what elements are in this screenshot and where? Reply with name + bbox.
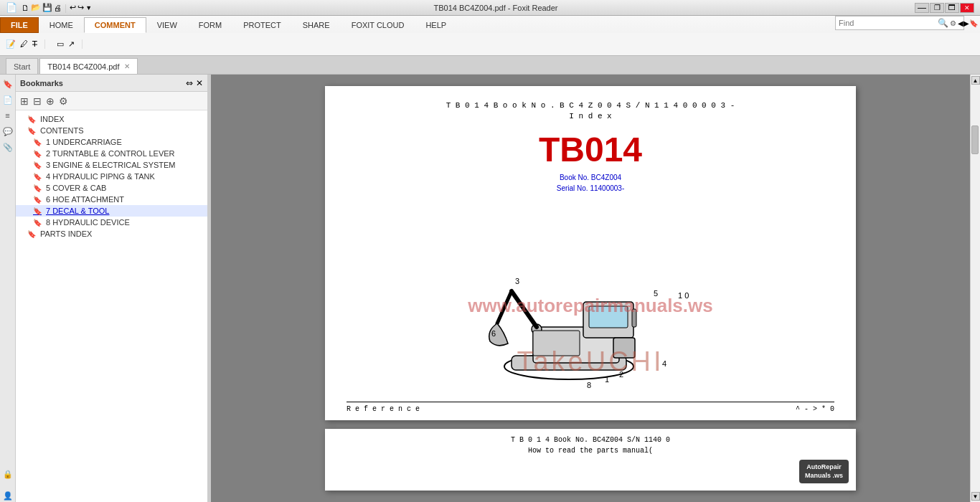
page1-header-line2: I n d e x [569,112,611,120]
bm-item-undercarriage[interactable]: 🔖 1 UNDERCARRIAGE [16,136,207,148]
svg-text:8: 8 [587,381,591,389]
separator: | [65,3,67,13]
sidebar-bookmarks-icon[interactable]: 🔖 [1,77,14,90]
tab-help[interactable]: HELP [415,17,457,33]
tab-protect[interactable]: PROTECT [232,17,292,33]
prev-result-icon[interactable]: ◀ [958,19,963,27]
bm-item-parts-index[interactable]: 🔖 PARTS INDEX [16,228,207,240]
bm-icon-engine: 🔖 [33,161,42,169]
bm-item-decal[interactable]: 🔖 7 DECAL & TOOL [16,205,207,217]
note-tool-btn[interactable]: 📝 [6,39,16,49]
page1-footer: R e f e r e n c e ^ - > * 0 [347,402,834,413]
page1-header: T B 0 1 4 B o o k N o . B C 4 Z 0 0 4 S … [347,100,834,123]
bm-tool-add-icon[interactable]: ⊕ [46,95,55,107]
sidebar-attachments-icon[interactable]: 📎 [1,141,14,153]
save-icon[interactable]: 💾 [42,3,52,12]
close-panel-icon[interactable]: ✕ [196,78,203,88]
bm-label-hoe: 6 HOE ATTACHMENT [46,195,124,204]
tab-home[interactable]: HOME [39,17,84,33]
window-maximize[interactable]: 🗖 [945,3,959,13]
bm-label-undercarriage: 1 UNDERCARRIAGE [46,138,122,146]
strikethrough-btn[interactable]: T̶ [32,39,37,49]
bm-item-cover-cab[interactable]: 🔖 5 COVER & CAB [16,182,207,194]
bm-icon-cover-cab: 🔖 [33,184,42,192]
highlight-btn[interactable]: 🖊 [20,39,28,48]
arrow-btn[interactable]: ↗ [68,39,75,49]
scroll-up-btn[interactable]: ▲ [971,76,980,85]
bm-tool-collapse-icon[interactable]: ⊟ [33,95,42,107]
bookmarks-toolbar: ⊞ ⊟ ⊕ ⚙ [16,92,207,110]
next-result-icon[interactable]: ▶ [963,19,969,27]
bm-label-decal: 7 DECAL & TOOL [46,207,109,215]
bm-item-index[interactable]: 🔖 INDEX [16,113,207,125]
search-input[interactable] [839,19,938,27]
tab-comment[interactable]: COMMENT [84,17,146,33]
bm-label-hydraulic-device: 8 HYDRAULIC DEVICE [46,218,130,227]
sidebar-user-icon[interactable]: 👤 [1,489,14,502]
sidebar-comments-icon[interactable]: 💬 [1,125,14,138]
main-layout: 🔖 📄 ≡ 💬 📎 🔒 👤 Bookmarks ⇔ ✕ ⊞ ⊟ ⊕ ⚙ 🔖 IN… [0,75,980,502]
ribbon-tabs: FILE HOME COMMENT VIEW FORM PROTECT SHAR… [0,16,980,33]
tab-document[interactable]: TB014 BC4Z004.pdf ✕ [39,58,137,74]
tab-start[interactable]: Start [6,58,38,74]
bm-item-hydraulic-piping[interactable]: 🔖 4 HYDRAULIC PIPNG & TANK [16,171,207,182]
window-minimize[interactable]: — [915,3,929,13]
bm-icon-contents: 🔖 [27,127,36,135]
tab-share[interactable]: SHARE [292,17,341,33]
bm-tool-expand-icon[interactable]: ⊞ [20,95,29,107]
bm-item-engine[interactable]: 🔖 3 ENGINE & ELECTRICAL SYSTEM [16,159,207,171]
page1-footer-right: ^ - > * 0 [796,405,834,413]
svg-text:3: 3 [515,277,519,285]
rectangle-btn[interactable]: ▭ [57,39,64,49]
print-icon[interactable]: 🖨 [54,4,62,12]
tab-file[interactable]: FILE [0,17,39,33]
page1-content: T B 0 1 4 B o o k N o . B C 4 Z 0 0 4 S … [325,86,856,420]
autorepair-badge: AutoRepair Manuals .ws [799,460,849,483]
bm-item-contents[interactable]: 🔖 CONTENTS [16,125,207,136]
page1-footer-left: R e f e r e n c e [347,405,420,413]
redo-icon[interactable]: ↪ [77,3,84,12]
takeuchi-brand: TakeUCHI [517,346,664,377]
window-controls[interactable]: — ❐ 🗖 ✕ [915,3,974,13]
bm-label-engine: 3 ENGINE & ELECTRICAL SYSTEM [46,161,176,169]
search-bar: 🔍 ⚙ ◀ ▶ 🔖 [835,16,964,30]
open-folder-icon[interactable]: 📂 [31,3,41,12]
vertical-scrollbar[interactable]: ▲ ▼ [970,75,980,502]
bm-icon-hoe: 🔖 [33,196,42,204]
bm-icon-hydraulic-device: 🔖 [33,219,42,227]
search-options-icon[interactable]: ⚙ [950,19,956,27]
page1-serial-no: Serial No. 11400003- [557,184,625,192]
scroll-track[interactable] [971,85,980,492]
tab-foxit-cloud[interactable]: FOXIT CLOUD [341,17,415,33]
bookmark-nav-icon[interactable]: 🔖 [969,19,978,27]
page1-header-line1: T B 0 1 4 B o o k N o . B C 4 Z 0 0 4 S … [446,101,735,110]
page1-subtitle: Book No. BC4Z004 Serial No. 11400003- [347,172,834,194]
svg-line-7 [497,291,512,323]
sidebar-pages-icon[interactable]: 📄 [1,93,14,106]
ribbon-commands: 📝 🖊 T̶ ▭ ↗ [0,33,980,55]
scroll-thumb[interactable] [971,126,979,154]
undo-icon[interactable]: ↩ [70,3,76,12]
new-icon[interactable]: 🗋 [22,4,29,12]
sidebar-icons: 🔖 📄 ≡ 💬 📎 🔒 👤 [0,75,16,502]
window-close[interactable]: ✕ [960,3,974,13]
dropdown-icon[interactable]: ▼ [85,4,92,11]
bm-label-turntable: 2 TURNTABLE & CONTROL LEVER [46,149,175,158]
tab-close-button[interactable]: ✕ [124,62,130,70]
tab-view[interactable]: VIEW [146,17,188,33]
bm-icon-parts-index: 🔖 [27,230,36,238]
bm-item-hydraulic-device[interactable]: 🔖 8 HYDRAULIC DEVICE [16,217,207,228]
tab-document-label: TB014 BC4Z004.pdf [47,62,119,71]
tab-form[interactable]: FORM [188,17,232,33]
window-restore[interactable]: ❐ [930,3,944,13]
pdf-viewer[interactable]: T B 0 1 4 B o o k N o . B C 4 Z 0 0 4 S … [211,75,970,502]
sidebar-layers-icon[interactable]: ≡ [1,109,14,122]
bm-item-turntable[interactable]: 🔖 2 TURNTABLE & CONTROL LEVER [16,148,207,159]
sidebar-lock-icon[interactable]: 🔒 [1,468,14,480]
bm-label-parts-index: PARTS INDEX [40,229,92,238]
scroll-down-btn[interactable]: ▼ [971,492,980,501]
bm-tool-settings-icon[interactable]: ⚙ [59,95,68,107]
search-icon[interactable]: 🔍 [938,18,948,28]
bm-item-hoe[interactable]: 🔖 6 HOE ATTACHMENT [16,194,207,205]
expand-panel-icon[interactable]: ⇔ [186,78,193,88]
